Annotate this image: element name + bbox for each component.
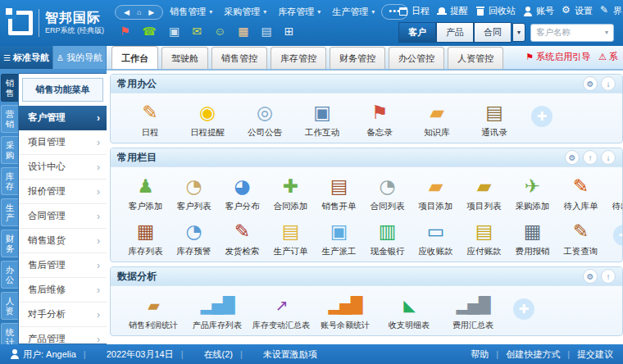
chat-icon[interactable]: ☺ [214,25,225,38]
shortcut-item[interactable]: ▂▅█ 账号余额统计 [313,292,377,331]
shortcut-item[interactable]: ▤ 应付账款 [460,218,508,257]
entity-product-button[interactable]: 产品 [436,22,474,43]
create-shortcut-link[interactable]: 创建快捷方式 [489,348,560,361]
shortcut-item[interactable]: ⚑ 备忘录 [351,99,408,139]
category-tab[interactable]: 人资 [1,292,18,320]
current-date[interactable]: 2022年03月14日 [76,348,174,361]
main-tab[interactable]: 财务管控 [330,47,385,69]
shortcut-item[interactable]: ▤ 生产订单 [266,218,315,257]
notebook-icon[interactable]: ▤ [261,25,272,38]
section-collapse-button[interactable]: ↓ [601,76,616,91]
quick-recycle-bin-link[interactable]: 回收站 [475,5,516,17]
add-tool-icon[interactable]: ⊞ [284,25,294,38]
shortcut-item[interactable]: ▥ 现金银行 [363,218,412,257]
system-guide-link[interactable]: ⚑ 系统启用引导 [525,51,590,63]
section-move-up-button[interactable]: ↑ [601,269,616,284]
sidebar-menu-item[interactable]: 设计中心 › [19,155,107,180]
category-tab[interactable]: 销售 [1,74,18,102]
main-tab[interactable]: 驾驶舱 [161,47,208,69]
add-shortcut-button[interactable]: ✚ [531,106,553,127]
shortcut-item[interactable]: ▣ 生产派工 [315,218,363,257]
main-tab[interactable]: 办公管控 [389,47,444,69]
search-dropdown-icon[interactable]: ▾ [605,29,608,36]
tab-my-nav[interactable]: 我的导航 [53,46,107,69]
category-tab[interactable]: 办公 [1,261,18,289]
system-alert-link[interactable]: ⚠ 系 [598,51,618,63]
section-move-up-button[interactable]: ↑ [583,150,598,165]
mail-icon[interactable]: ✉ [192,25,202,38]
shortcut-item[interactable]: ▤ 通讯录 [466,99,523,139]
shortcut-item[interactable]: ▰ 项目列表 [460,173,508,212]
add-shortcut-button[interactable]: ✚ [513,298,534,320]
shortcut-item[interactable]: ▰ 销售利润统计 [121,292,185,331]
category-tab[interactable]: 生产 [1,198,18,226]
phone-icon[interactable]: ☎ [143,25,157,38]
quick-ui-link[interactable]: 界 [600,5,622,17]
entity-customer-button[interactable]: 客户 [398,22,436,43]
shortcut-item[interactable]: ▣ 工作互动 [293,99,351,139]
shortcut-item[interactable]: ▭ 应收账款 [412,218,460,257]
sidebar-menu-item[interactable]: 售后管理 › [19,253,107,278]
search-box[interactable]: 客户名称 ▾ [530,24,614,42]
incentive-status[interactable]: 未设置激励项 [233,348,317,361]
sidebar-menu-item[interactable]: 产品管理 › [19,327,107,344]
nav-sales-menu[interactable]: 销售管理 ▾ [170,6,212,18]
category-tab[interactable]: 采购 [1,136,18,164]
shortcut-item[interactable]: ▦ 费用报销 [508,218,557,257]
shortcut-item[interactable]: ▤ 销售开单 [315,173,363,212]
forward-icon[interactable]: ▶ [148,8,154,16]
screen-share-icon[interactable]: ▣ [169,25,180,38]
sidebar-menu-item[interactable]: 报价管理 › [19,180,107,204]
entity-contract-button[interactable]: 合同 [474,22,512,43]
shortcut-item[interactable]: ◕ 客户分布 [218,173,266,212]
megaphone-icon[interactable]: ⚑ [120,25,130,38]
help-link[interactable]: 帮助 [471,348,489,361]
sidebar-menu-item[interactable]: 售后维修 › [19,278,107,303]
shortcut-item[interactable]: ◎ 公司公告 [236,99,293,139]
shortcut-item[interactable]: ♟ 客户添加 [121,173,170,212]
shortcut-item[interactable]: ▰ 项目添加 [412,173,460,212]
shortcut-item[interactable]: ▂▅█ 费用汇总表 [441,292,505,331]
main-tab[interactable]: 人资管控 [448,47,503,69]
shortcut-item[interactable]: ◔ 库存预警 [170,218,218,257]
category-tab[interactable]: 财务 [1,230,18,257]
quick-schedule-link[interactable]: 日程 [398,5,430,17]
sidebar-menu-item[interactable]: 对手分析 › [19,303,107,327]
shortcut-item[interactable]: ✚ 合同添加 [266,173,315,212]
shortcut-item[interactable]: ◔ 客户列表 [170,173,218,212]
home-icon[interactable]: ⌂ [137,8,141,16]
category-tab[interactable]: 库存 [1,167,18,195]
quick-reminder-link[interactable]: 提醒 [437,5,468,17]
main-tab[interactable]: 销售管控 [211,47,267,69]
feedback-link[interactable]: 提交建议 [560,348,613,361]
entity-dropdown-button[interactable]: ▾ [512,23,525,42]
user-info[interactable]: 用户: Angelia [10,348,76,361]
section-settings-button[interactable]: ⚙ [583,269,598,284]
category-tab[interactable]: 营销 [1,105,18,133]
section-settings-button[interactable]: ⚙ [565,150,580,165]
shortcut-item[interactable]: ✈ 采购添加 [508,173,557,212]
shortcut-item[interactable]: ▰ 知识库 [408,99,466,139]
add-shortcut-button[interactable]: ✚ [613,225,622,246]
shortcut-item[interactable]: ↗ 库存变动汇总表 [249,292,313,331]
tab-standard-nav[interactable]: 标准导航 [0,46,53,69]
shortcut-item[interactable]: ▂▅█ 产品库存列表 [185,292,249,331]
main-tab[interactable]: 工作台 [111,46,158,69]
main-tab[interactable]: 库存管控 [271,47,326,69]
section-settings-button[interactable]: ⚙ [583,76,598,91]
sidebar-menu-item[interactable]: 客户管理 › [19,106,107,130]
shortcut-item[interactable]: ▦ 库存列表 [121,218,170,257]
quick-account-link[interactable]: 账号 [523,5,554,17]
sidebar-menu-item[interactable]: 合同管理 › [19,204,107,229]
shortcut-item[interactable]: ✎ 待入库单 [557,173,605,212]
shortcut-item[interactable]: ✎ 发货检索 [218,218,266,257]
sidebar-menu-item[interactable]: 销售退货 › [19,229,107,253]
sidebar-menu-item[interactable]: 项目管理 › [19,130,107,155]
quick-settings-link[interactable]: 设置 [562,5,593,17]
nav-purchase-menu[interactable]: 采购管理 ▾ [224,6,266,18]
section-collapse-button[interactable]: ↓ [601,150,616,165]
shortcut-item[interactable]: ✎ 日程 [121,99,179,139]
shortcut-item[interactable]: ◣ 收支明细表 [377,292,441,331]
nav-inventory-menu[interactable]: 库存管理 ▾ [278,6,321,18]
online-count[interactable]: 在线(2) [174,348,233,361]
